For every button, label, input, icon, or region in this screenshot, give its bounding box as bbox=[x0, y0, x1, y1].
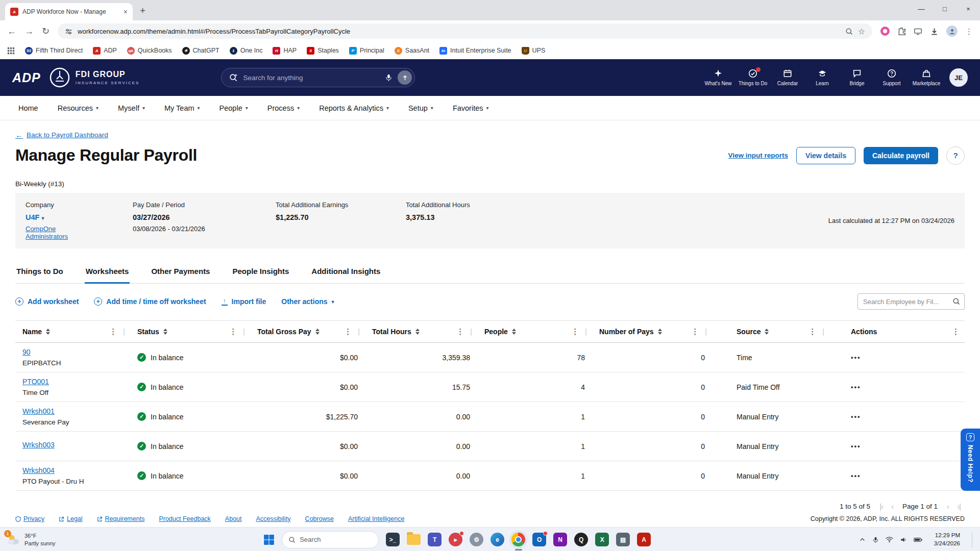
minimize-icon[interactable]: — bbox=[910, 0, 933, 17]
footer-link-requirements[interactable]: Requirements bbox=[97, 515, 145, 522]
back-to-dashboard-link[interactable]: ← Back to Payroll Dashboard bbox=[15, 131, 108, 139]
column-menu-icon[interactable]: ⋮ bbox=[229, 327, 237, 336]
bookmark-item[interactable]: SSaasAnt bbox=[395, 47, 429, 55]
next-page-icon[interactable]: › bbox=[947, 502, 949, 511]
maximize-icon[interactable]: □ bbox=[933, 0, 957, 17]
worksheet-link[interactable]: Wrksh003 bbox=[22, 441, 55, 449]
start-button[interactable] bbox=[263, 534, 275, 545]
search-icon[interactable] bbox=[952, 297, 960, 305]
marketplace-button[interactable]: Marketplace bbox=[911, 69, 942, 86]
bookmark-item[interactable]: HHAP bbox=[273, 47, 297, 55]
footer-link-privacy[interactable]: Privacy bbox=[15, 515, 44, 522]
column-menu-icon[interactable]: ⋮ bbox=[456, 327, 464, 336]
file-explorer-icon[interactable] bbox=[407, 534, 421, 545]
last-page-icon[interactable]: ›| bbox=[957, 502, 961, 511]
bookmark-item[interactable]: InIntuit Enterprise Suite bbox=[439, 47, 511, 55]
employee-search-input[interactable] bbox=[857, 293, 965, 310]
browser-profile-icon[interactable] bbox=[946, 26, 958, 37]
close-tab-icon[interactable]: × bbox=[124, 8, 128, 16]
bookmark-item[interactable]: 53Fifth Third Direct bbox=[25, 47, 83, 55]
device-toolbar-icon[interactable] bbox=[914, 27, 922, 36]
worksheet-link[interactable]: Wrksh004 bbox=[22, 466, 55, 474]
sort-icon[interactable] bbox=[415, 329, 420, 335]
teams-icon[interactable]: T bbox=[428, 533, 442, 546]
forward-icon[interactable]: → bbox=[24, 27, 34, 36]
battery-icon[interactable] bbox=[914, 537, 922, 543]
row-actions-button[interactable]: ••• bbox=[851, 472, 861, 480]
media-player-icon[interactable]: ▸ bbox=[449, 533, 462, 546]
whats-new-button[interactable]: What's New bbox=[702, 69, 734, 86]
nav-item-my-team[interactable]: My Team▾ bbox=[164, 104, 200, 112]
edge-icon[interactable]: e bbox=[491, 533, 504, 546]
global-search[interactable]: Search for anything bbox=[221, 68, 415, 87]
things-to-do-button[interactable]: Things to Do bbox=[737, 69, 769, 86]
other-actions-button[interactable]: Other actions ▾ bbox=[281, 297, 334, 306]
mic-icon[interactable] bbox=[385, 73, 393, 82]
nav-item-resources[interactable]: Resources▾ bbox=[58, 104, 99, 112]
wifi-icon[interactable] bbox=[886, 536, 893, 543]
view-details-button[interactable]: View details bbox=[796, 147, 855, 164]
bookmark-item[interactable]: ✳ChatGPT bbox=[182, 47, 219, 55]
row-actions-button[interactable]: ••• bbox=[851, 413, 861, 420]
column-menu-icon[interactable]: ⋮ bbox=[808, 327, 816, 336]
sort-icon[interactable] bbox=[46, 329, 50, 335]
nav-item-process[interactable]: Process▾ bbox=[267, 104, 300, 112]
tab-additional-insights[interactable]: Additional Insights bbox=[310, 264, 381, 283]
nav-item-setup[interactable]: Setup▾ bbox=[408, 104, 433, 112]
site-info-icon[interactable] bbox=[65, 28, 72, 35]
close-window-icon[interactable]: × bbox=[957, 0, 980, 17]
taskbar-clock[interactable]: 12:29 PM 3/24/2026 bbox=[934, 532, 960, 547]
company-link[interactable]: CompOne Administrators bbox=[26, 225, 68, 240]
volume-icon[interactable] bbox=[900, 536, 907, 543]
browser-menu-icon[interactable]: ⋮ bbox=[965, 28, 973, 35]
mic-status-icon[interactable] bbox=[872, 536, 879, 543]
tab-things-to-do[interactable]: Things to Do bbox=[15, 264, 64, 283]
footer-link-artificial-intelligence[interactable]: Artificial Intelligence bbox=[348, 515, 404, 522]
worksheet-link[interactable]: PTO001 bbox=[22, 378, 49, 386]
column-menu-icon[interactable]: ⋮ bbox=[571, 327, 579, 336]
footer-link-accessibility[interactable]: Accessibility bbox=[256, 515, 291, 522]
bookmark-star-icon[interactable]: ☆ bbox=[858, 27, 865, 36]
zoom-icon[interactable] bbox=[845, 28, 853, 35]
footer-link-cobrowse[interactable]: Cobrowse bbox=[305, 515, 334, 522]
worksheet-link[interactable]: 90 bbox=[22, 348, 31, 356]
back-icon[interactable]: ← bbox=[7, 27, 16, 36]
refresh-icon[interactable]: ↻ bbox=[42, 27, 50, 36]
bookmark-item[interactable]: 1One Inc bbox=[230, 47, 263, 55]
bookmark-item[interactable]: UUPS bbox=[522, 47, 546, 55]
sort-icon[interactable] bbox=[163, 329, 167, 335]
company-selector[interactable]: U4F ▾ bbox=[26, 213, 100, 221]
quickbooks-icon[interactable]: Q bbox=[574, 533, 588, 546]
tab-other-payments[interactable]: Other Payments bbox=[150, 264, 211, 283]
column-menu-icon[interactable]: ⋮ bbox=[344, 327, 352, 336]
address-bar[interactable]: workforcenow.adp.com/theme/admin.html#/P… bbox=[58, 23, 872, 39]
learn-button[interactable]: Learn bbox=[806, 69, 838, 86]
weather-widget[interactable]: 1 36°FPartly sunny bbox=[6, 532, 56, 547]
nav-item-people[interactable]: People▾ bbox=[219, 104, 248, 112]
show-desktop-button[interactable] bbox=[972, 532, 974, 547]
bridge-button[interactable]: Bridge bbox=[841, 69, 873, 86]
pink-extension-icon[interactable] bbox=[880, 27, 890, 36]
taskbar-search[interactable]: Search bbox=[282, 531, 379, 548]
terminal-icon[interactable]: >_ bbox=[386, 533, 400, 546]
support-button[interactable]: Support bbox=[876, 69, 908, 86]
column-menu-icon[interactable]: ⋮ bbox=[109, 327, 117, 336]
nav-item-favorites[interactable]: Favorites▾ bbox=[453, 104, 489, 112]
column-menu-icon[interactable]: ⋮ bbox=[952, 327, 960, 336]
column-menu-icon[interactable]: ⋮ bbox=[691, 327, 699, 336]
import-file-button[interactable]: ↑ Import file bbox=[222, 297, 266, 306]
sort-icon[interactable] bbox=[658, 329, 662, 335]
search-submit-button[interactable] bbox=[398, 70, 412, 85]
add-worksheet-button[interactable]: + Add worksheet bbox=[15, 297, 79, 306]
task-manager-icon[interactable]: ▤ bbox=[616, 533, 630, 546]
footer-link-legal[interactable]: Legal bbox=[59, 515, 83, 522]
row-actions-button[interactable]: ••• bbox=[851, 442, 861, 450]
first-page-icon[interactable]: |‹ bbox=[879, 502, 883, 511]
footer-link-product-feedback[interactable]: Product Feedback bbox=[159, 515, 210, 522]
calendar-button[interactable]: Calendar bbox=[772, 69, 803, 86]
download-icon[interactable] bbox=[930, 27, 939, 36]
sort-icon[interactable] bbox=[765, 329, 769, 335]
bookmark-item[interactable]: PPrincipal bbox=[349, 47, 384, 55]
apps-grid-icon[interactable] bbox=[7, 47, 15, 55]
worksheet-link[interactable]: Wrksh001 bbox=[22, 407, 55, 415]
